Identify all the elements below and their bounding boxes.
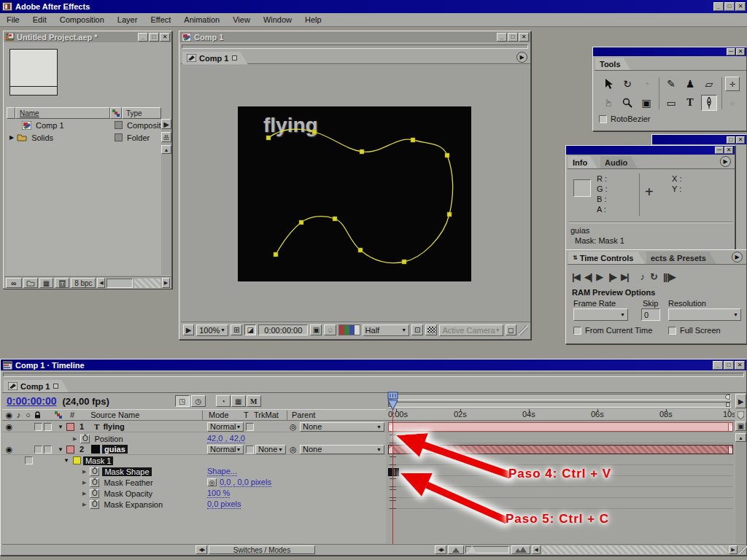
- t-switch[interactable]: [246, 446, 254, 454]
- t-switch[interactable]: [246, 423, 254, 431]
- menu-effect[interactable]: Effect: [144, 15, 177, 24]
- new-comp-button[interactable]: ▦: [39, 278, 54, 288]
- menu-view[interactable]: View: [226, 15, 257, 24]
- view-dropdown[interactable]: Active Camera▼: [439, 324, 503, 336]
- next-frame-button[interactable]: |▶: [608, 271, 616, 282]
- project-scrollbar[interactable]: ▶ 品 ▲: [161, 119, 171, 275]
- selection-tool[interactable]: [604, 79, 614, 90]
- resize-grip[interactable]: [519, 325, 528, 335]
- clone-stamp-tool[interactable]: ♟: [686, 78, 695, 90]
- mask-visibility-button[interactable]: ◪: [244, 324, 256, 335]
- pen-tool[interactable]: [701, 95, 717, 111]
- project-maximize-button[interactable]: □: [149, 33, 159, 42]
- property-row-mask-feather[interactable]: ▶ Ŏ Mask Feather ◎ 0,0 , 0,0 pixels: [2, 477, 386, 488]
- source-column-header[interactable]: Source Name: [90, 411, 139, 419]
- comp-marker-bin[interactable]: [735, 409, 746, 421]
- zoom-tool[interactable]: [622, 98, 632, 108]
- zoom-out-icon[interactable]: [448, 545, 464, 554]
- mask-switch[interactable]: [25, 456, 33, 464]
- show-snapshot-button[interactable]: ☺: [324, 324, 336, 335]
- property-row-position[interactable]: ▶ Ŏ Position 42,0 , 42,0: [2, 433, 386, 444]
- tools-title-bar[interactable]: ─ ✕: [593, 47, 746, 56]
- menu-composition[interactable]: Composition: [53, 15, 111, 24]
- frame-blend-button[interactable]: ▦: [231, 395, 246, 407]
- stopwatch-icon[interactable]: Ŏ: [80, 435, 90, 443]
- motion-blur-button[interactable]: M: [247, 395, 261, 407]
- hscroll-track[interactable]: [134, 279, 160, 288]
- background-palette-title-bar[interactable]: □ ✕: [652, 135, 746, 144]
- menu-animation[interactable]: Animation: [177, 15, 226, 24]
- transparency-grid-button[interactable]: [425, 324, 437, 335]
- resolution-dropdown[interactable]: Half▼: [363, 324, 410, 336]
- blend-mode-dropdown[interactable]: Normal▼: [207, 445, 244, 454]
- work-area-end-handle[interactable]: [726, 402, 730, 407]
- project-menu-button[interactable]: ▶: [161, 119, 171, 129]
- zoom-in-icon[interactable]: [511, 545, 530, 554]
- lock-switch[interactable]: [44, 423, 52, 431]
- full-screen-checkbox[interactable]: [668, 327, 676, 335]
- project-name-column-header[interactable]: Name: [15, 107, 110, 119]
- constrain-link-icon[interactable]: ◎: [207, 478, 217, 486]
- channel-buttons[interactable]: [338, 324, 360, 335]
- flowchart-button[interactable]: 品: [161, 132, 171, 142]
- stopwatch-icon[interactable]: Ŏ: [90, 489, 99, 498]
- always-preview-button[interactable]: ▶: [183, 324, 194, 335]
- project-row-solids[interactable]: ▶ Solids Folder: [7, 131, 161, 144]
- mask-feather-value[interactable]: 0,0 , 0,0 pixels: [220, 478, 271, 487]
- hscroll-thumb[interactable]: [107, 279, 133, 288]
- info-close-button[interactable]: ✕: [724, 147, 733, 154]
- tab-comp1[interactable]: Comp 1: [182, 52, 247, 64]
- delete-button[interactable]: [55, 278, 69, 288]
- first-frame-button[interactable]: |◀: [572, 271, 579, 282]
- tab-info[interactable]: Info: [568, 156, 597, 168]
- project-switches-icon[interactable]: [110, 107, 122, 119]
- timeline-vscrollbar[interactable]: ▣ ▲: [735, 421, 746, 543]
- time-ruler[interactable]: 0:00s 02s 04s 06s 08s 10s: [386, 409, 735, 421]
- eraser-tool[interactable]: ▱: [705, 78, 713, 90]
- blue-channel-icon[interactable]: [349, 325, 355, 335]
- current-time-indicator[interactable]: [386, 392, 400, 411]
- trkmat-dropdown[interactable]: None▼: [255, 445, 286, 454]
- pickwhip-icon[interactable]: ◎: [290, 445, 297, 454]
- project-type-column-header[interactable]: Type: [122, 107, 161, 119]
- red-channel-icon[interactable]: [339, 325, 344, 335]
- tools-close-button[interactable]: ✕: [736, 48, 745, 55]
- bit-depth-button[interactable]: 8 bpc: [71, 278, 96, 288]
- layer-out-handle[interactable]: [728, 423, 732, 431]
- hscroll-left-button[interactable]: ◀: [97, 278, 105, 288]
- mode-column-header[interactable]: Mode: [209, 411, 229, 419]
- mask-group-row[interactable]: ▼ Mask 1: [2, 455, 386, 466]
- mask-expander-icon[interactable]: ▼: [63, 457, 69, 464]
- play-button[interactable]: ▶: [596, 271, 603, 282]
- magnification-dropdown[interactable]: 100%▼: [196, 324, 228, 336]
- property-name[interactable]: Position: [94, 435, 123, 443]
- timeline-menu-button[interactable]: ▶: [735, 394, 746, 408]
- property-name[interactable]: Mask Shape: [102, 467, 151, 476]
- text-tool[interactable]: T: [686, 97, 693, 109]
- scroll-up-button[interactable]: ▲: [161, 145, 171, 154]
- timeline-current-time[interactable]: 0:00:00:00: [7, 395, 57, 407]
- hand-tool[interactable]: ☞: [603, 98, 614, 108]
- comp-title-bar[interactable]: Comp 1 _ □ ✕: [179, 31, 530, 42]
- property-name[interactable]: Mask Feather: [104, 478, 152, 487]
- timeline-hscroll-right[interactable]: ▶: [729, 545, 738, 554]
- project-title-bar[interactable]: Untitled Project.aep * _ □ ✕: [4, 31, 171, 42]
- timeline-close-button[interactable]: ✕: [735, 361, 745, 370]
- menu-help[interactable]: Help: [298, 15, 328, 24]
- menu-layer[interactable]: Layer: [111, 15, 144, 24]
- live-update-button[interactable]: ◷: [191, 395, 206, 407]
- comp-minimize-button[interactable]: _: [497, 33, 507, 42]
- app-close-button[interactable]: ✕: [735, 2, 746, 11]
- layer-color-swatch[interactable]: [66, 446, 74, 454]
- stopwatch-icon[interactable]: Ŏ: [90, 467, 99, 476]
- tab-time-controls[interactable]: ⇅ Time Controls: [568, 252, 645, 264]
- timeline-maximize-button[interactable]: □: [724, 361, 734, 370]
- shy-button[interactable]: ◔: [216, 395, 231, 407]
- mask-color-swatch[interactable]: [73, 456, 81, 464]
- project-row-comp1[interactable]: Comp 1 Composition: [7, 119, 161, 131]
- prev-frame-button[interactable]: ◀|: [584, 271, 592, 282]
- parent-column-header[interactable]: Parent: [292, 411, 315, 419]
- pane-toggle-icon[interactable]: ◀▶: [435, 545, 446, 554]
- brush-tool[interactable]: ✎: [667, 78, 676, 90]
- project-minimize-button[interactable]: _: [138, 33, 148, 42]
